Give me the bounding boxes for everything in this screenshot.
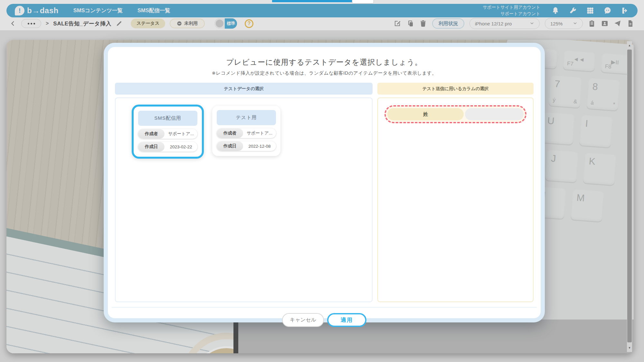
send-column-column: テスト送信に用いるカラムの選択 姓 <box>377 83 534 302</box>
modal-footer: キャンセル 適用 <box>111 308 537 327</box>
send-column-body: 姓 <box>377 97 534 302</box>
card-date-row: 作成日 2022-12-08 <box>217 141 276 151</box>
creator-label: 作成者 <box>138 129 165 139</box>
test-data-header: テストデータの選択 <box>115 83 373 95</box>
card-creator-row: 作成者 サポートア... <box>217 128 276 138</box>
column-pill-sei[interactable]: 姓 <box>387 108 464 120</box>
card-creator-row: 作成者 サポートア... <box>138 129 197 139</box>
card-title: SMS配信用 <box>138 111 197 126</box>
date-value: 2022-12-08 <box>243 141 276 151</box>
browser-top-tab <box>352 0 374 4</box>
creator-label: 作成者 <box>217 128 243 138</box>
test-data-modal: プレビューに使用するテストデータを選択しましょう。 ※レコメンド挿入が設定されて… <box>104 43 545 322</box>
modal-subtitle: ※レコメンド挿入が設定されている場合は、ランダムな顧客IDのアイテムデータを用い… <box>111 70 537 76</box>
modal-title: プレビューに使用するテストデータを選択しましょう。 <box>111 57 537 67</box>
card-date-row: 作成日 2023-02-22 <box>138 142 197 152</box>
creator-value: サポートア... <box>243 128 276 138</box>
card-title: テスト用 <box>217 110 276 125</box>
date-label: 作成日 <box>138 142 165 152</box>
test-data-card-test[interactable]: テスト用 作成者 サポートア... 作成日 2022-12-08 <box>212 106 280 156</box>
date-label: 作成日 <box>217 141 243 151</box>
send-column-header: テスト送信に用いるカラムの選択 <box>377 83 534 95</box>
cancel-button[interactable]: キャンセル <box>282 313 324 327</box>
test-data-card-sms[interactable]: SMS配信用 作成者 サポートア... 作成日 2023-02-22 <box>132 105 204 159</box>
creator-value: サポートア... <box>165 129 197 139</box>
apply-button[interactable]: 適用 <box>327 313 366 327</box>
test-data-column: テストデータの選択 SMS配信用 作成者 サポートア... 作成日 2023-0… <box>115 83 373 302</box>
test-data-body: SMS配信用 作成者 サポートア... 作成日 2023-02-22 テスト用 <box>115 97 373 302</box>
date-value: 2023-02-22 <box>165 142 197 152</box>
column-selector-row[interactable]: 姓 <box>384 105 526 123</box>
column-pill-empty[interactable] <box>465 108 524 120</box>
